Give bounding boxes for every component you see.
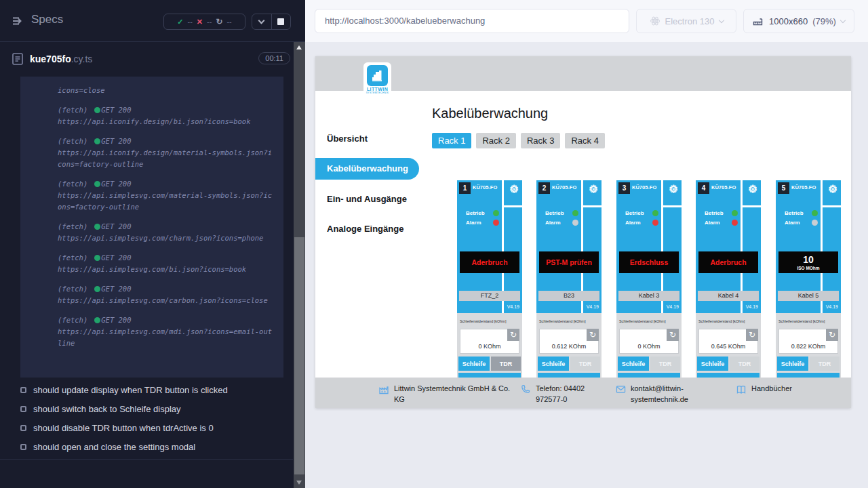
device-front: 2 KÜ705-FO ⚙ Betrieb Alarm PST-M prüfen …: [536, 180, 601, 313]
tdr-button[interactable]: TDR: [650, 357, 680, 371]
passed-count: --: [187, 18, 192, 26]
footer-phone: Telefon: 04402 972577-0: [521, 384, 609, 405]
refresh-icon[interactable]: ↻: [667, 329, 679, 341]
sidebar-item-kabelueberwachung[interactable]: Kabelüberwachung: [315, 158, 419, 180]
url-bar[interactable]: http://localhost:3000/kabelueberwachung: [315, 9, 629, 33]
log-status: GET 200: [101, 253, 131, 262]
log-entry[interactable]: (fetch)GET 200 https://api.simplesvg.com…: [58, 283, 274, 306]
refresh-icon[interactable]: ↻: [507, 329, 519, 341]
device-settings-icon[interactable]: ⚙: [589, 183, 598, 195]
scroll-up-icon[interactable]: [296, 45, 302, 49]
measurement-box: ↻ 0.822 KOhm: [778, 329, 838, 354]
log-continuation: icons=close: [58, 85, 274, 96]
command-log[interactable]: icons=close (fetch)GET 200 https://api.i…: [20, 77, 283, 378]
firmware-version: V4.19: [746, 304, 758, 309]
app-viewport: LITTWIN SYSTEMTECHNIK Stationsname CPLV4…: [315, 56, 851, 408]
device-card-3: 3 KÜ705-FO ⚙ Betrieb Alarm Erdschluss Ka…: [616, 180, 682, 378]
log-status: GET 200: [101, 222, 131, 230]
schleife-button[interactable]: Schleife: [538, 357, 569, 371]
schleife-button[interactable]: Schleife: [618, 357, 649, 371]
stop-button[interactable]: [271, 14, 291, 29]
specs-menu-icon[interactable]: [11, 14, 24, 28]
footer-email[interactable]: kontakt@littwin-systemtechnik.de: [616, 384, 701, 405]
test-item[interactable]: should switch back to Schleife display: [0, 401, 293, 420]
log-url: https://api.simplesvg.com/carbon.json?ic…: [58, 295, 274, 306]
measurement-label: Schleifenwiderstand [kOhm]: [539, 319, 585, 323]
schleife-button[interactable]: Schleife: [777, 357, 808, 371]
measurement-box: ↻ 0.612 KOhm: [539, 329, 599, 354]
schleife-button[interactable]: Schleife: [697, 357, 728, 371]
scrollbar-thumb[interactable]: [294, 237, 304, 474]
test-item[interactable]: should open and close the settings modal: [0, 439, 293, 458]
log-status: GET 200: [101, 137, 131, 145]
runner-header: Specs ✓ -- ✕ -- ↻ --: [0, 0, 305, 42]
sidebar-item-ein-und-ausgaenge[interactable]: Ein- und Ausgänge: [327, 194, 407, 204]
sidebar-item-analoge-eingaenge[interactable]: Analoge Eingänge: [327, 224, 403, 234]
log-entry[interactable]: (fetch)GET 200 https://api.iconify.desig…: [58, 136, 274, 170]
pending-icon: ↻: [216, 17, 222, 26]
cypress-runner-panel: Specs ✓ -- ✕ -- ↻ -- kue705fo.cy.ts 00:1…: [0, 0, 305, 488]
betrieb-led: [732, 210, 738, 216]
tab-rack-2[interactable]: Rack 2: [476, 133, 515, 148]
alarm-led: [572, 220, 578, 226]
test-item[interactable]: should disable TDR button when tdrActive…: [0, 420, 293, 439]
collapse-button[interactable]: [252, 14, 271, 29]
footer-manuals[interactable]: Handbücher: [736, 384, 792, 395]
tab-rack-4[interactable]: Rack 4: [565, 133, 604, 148]
divider: [0, 459, 293, 460]
firmware-version: V4.19: [587, 304, 599, 309]
tab-rack-1[interactable]: Rack 1: [432, 133, 471, 148]
app-header: [315, 56, 851, 91]
spec-file-row[interactable]: kue705fo.cy.ts 00:11: [0, 42, 305, 76]
measurement-label: Schleifenwiderstand [kOhm]: [698, 319, 745, 323]
log-status: GET 200: [101, 316, 131, 324]
device-settings-icon[interactable]: ⚙: [749, 183, 757, 195]
manuals-label: Handbücher: [751, 384, 792, 395]
cable-name: B23: [538, 291, 599, 301]
alarm-label: Alarm: [625, 220, 641, 226]
phone-number: Telefon: 04402 972577-0: [536, 384, 609, 405]
viewport-select[interactable]: 1000x660 (79%): [743, 9, 854, 33]
stop-icon: [277, 18, 284, 25]
device-settings-icon[interactable]: ⚙: [829, 183, 837, 195]
log-command: (fetch): [58, 253, 87, 262]
device-model: KÜ705-FO: [711, 184, 736, 190]
phone-icon: [521, 384, 531, 394]
book-icon: [736, 384, 747, 395]
test-title: should open and close the settings modal: [33, 442, 195, 452]
footer-company: Littwin Systemtechnik GmbH & Co. KG: [378, 384, 517, 405]
device-settings-icon[interactable]: ⚙: [669, 183, 678, 195]
log-entry[interactable]: (fetch)GET 200 https://api.simplesvg.com…: [58, 221, 274, 244]
sidebar-item-uebersicht[interactable]: Übersicht: [327, 134, 368, 144]
scroll-down-icon[interactable]: [296, 481, 302, 485]
cable-name: Kabel 4: [698, 291, 759, 301]
device-settings-icon[interactable]: ⚙: [510, 183, 519, 195]
log-entry[interactable]: (fetch)GET 200 https://api.simplesvg.com…: [58, 178, 274, 213]
tab-rack-3[interactable]: Rack 3: [521, 133, 560, 148]
refresh-icon[interactable]: ↻: [587, 329, 599, 341]
company-logo[interactable]: LITTWIN SYSTEMTECHNIK: [363, 62, 391, 99]
runner-scrollbar[interactable]: [294, 42, 305, 488]
schleife-button[interactable]: Schleife: [458, 357, 490, 371]
betrieb-label: Betrieb: [545, 210, 564, 216]
tdr-button[interactable]: TDR: [730, 357, 760, 371]
log-entry[interactable]: (fetch)GET 200 https://api.simplesvg.com…: [58, 252, 274, 275]
refresh-icon[interactable]: ↻: [826, 329, 838, 341]
chevron-down-icon: [840, 17, 846, 22]
device-model: KÜ705-FO: [473, 184, 497, 190]
tdr-button[interactable]: TDR: [491, 357, 521, 371]
log-url: https://api.simplesvg.com/material-symbo…: [58, 190, 274, 213]
device-front: 1 KÜ705-FO ⚙ Betrieb Alarm Aderbruch FTZ…: [457, 180, 522, 313]
test-state-icon: [20, 406, 26, 412]
measurement-panel: Schleifenwiderstand [kOhm] ↻ 0.822 KOhm …: [776, 313, 841, 378]
refresh-icon[interactable]: ↻: [746, 329, 758, 341]
log-status: GET 200: [101, 106, 131, 114]
log-entry[interactable]: (fetch)GET 200 https://api.simplesvg.com…: [58, 314, 274, 349]
browser-select[interactable]: Electron 130: [636, 9, 736, 33]
log-status: GET 200: [101, 285, 131, 293]
log-entry[interactable]: (fetch)GET 200 https://api.iconify.desig…: [58, 104, 274, 127]
test-item[interactable]: should update display when TDR button is…: [0, 382, 293, 401]
measurement-value: 0 KOhm: [460, 343, 519, 350]
tdr-button[interactable]: TDR: [570, 357, 600, 371]
tdr-button[interactable]: TDR: [810, 357, 840, 371]
